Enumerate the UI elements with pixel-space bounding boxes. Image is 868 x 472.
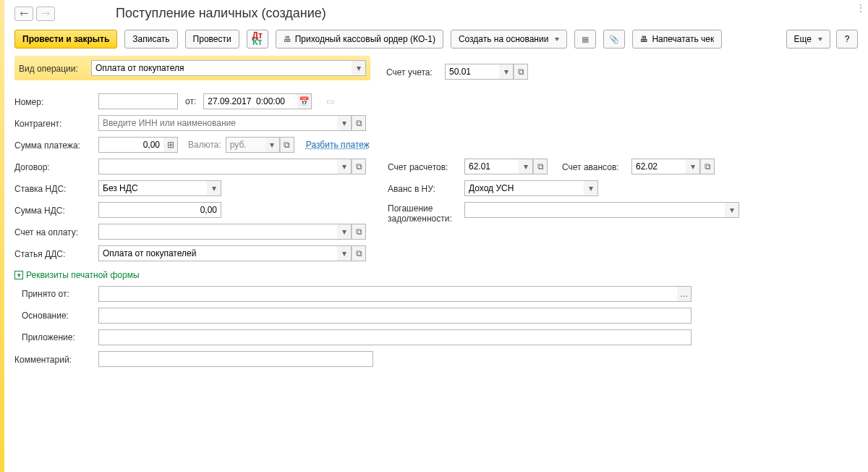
advance-account-input[interactable] [631,159,686,174]
account-dropdown-button[interactable]: ▾ [499,64,514,80]
invoice-open-button[interactable]: ⧉ [352,224,366,240]
save-button[interactable]: Записать [124,30,177,49]
dds-open-button[interactable]: ⧉ [352,245,366,261]
post-close-button[interactable]: Провести и закрыть [14,30,117,49]
calculator-icon: ⊞ [167,140,174,150]
vat-rate-input[interactable] [98,180,207,196]
dds-label: Статья ДДС: [14,248,94,259]
from-label: от: [185,96,196,106]
back-button[interactable]: 🡐 [14,7,33,21]
calendar-icon: 📅 [299,96,310,106]
invoice-label: Счет на оплату: [14,226,94,237]
op-dropdown-button[interactable]: ▾ [352,60,366,76]
debt-dropdown-button[interactable]: ▾ [725,202,739,218]
create-based-button[interactable]: Создать на основании [451,30,568,49]
contract-input[interactable] [98,159,337,174]
attach-button[interactable]: 📎 [603,30,625,49]
invoice-input[interactable] [98,224,337,240]
vat-rate-label: Ставка НДС: [14,182,94,194]
vat-sum-label: Сумма НДС: [14,204,94,216]
contract-label: Договор: [14,161,94,172]
amount-input[interactable] [98,137,163,153]
advance-account-open-button[interactable]: ⧉ [700,159,715,174]
contragent-label: Контрагент: [14,117,94,129]
printform-collapser[interactable]: ▾ Реквизиты печатной формы [14,270,140,280]
date-input[interactable] [203,93,297,109]
dtkt-button[interactable]: ДтКт [247,30,268,49]
advance-account-dropdown-button[interactable]: ▾ [686,159,700,174]
contragent-input[interactable] [98,115,337,131]
dds-dropdown-button[interactable]: ▾ [337,245,352,261]
received-from-more-button[interactable]: … [677,286,692,302]
basis-input[interactable] [98,308,692,324]
debt-label: Погашение задолженности: [388,202,460,224]
calendar-button[interactable]: 📅 [297,93,312,109]
more-button[interactable]: Еще [786,30,830,49]
currency-open-button[interactable]: ⧉ [280,137,294,153]
attachment-label: Приложение: [22,332,94,342]
advance-account-label: Счет авансов: [562,161,627,172]
calc-account-label: Счет расчетов: [388,161,460,172]
advance-nu-label: Аванс в НУ: [388,182,460,194]
chevron-down-icon: ▾ [14,271,23,279]
currency-dropdown-button[interactable]: ▾ [265,137,280,153]
vat-rate-dropdown-button[interactable]: ▾ [207,180,221,196]
advance-nu-dropdown-button[interactable]: ▾ [584,180,598,196]
print-receipt-button[interactable]: 🖶 Напечатать чек [632,30,722,49]
debt-input[interactable] [464,202,725,218]
doc-flag: ▭ [326,96,334,106]
vat-sum-input[interactable] [98,202,221,218]
contragent-dropdown-button[interactable]: ▾ [337,115,352,131]
advance-nu-input[interactable] [464,180,584,196]
account-label: Счет учета: [386,66,441,77]
received-from-input[interactable] [98,286,677,302]
related-icon: ▦ [582,35,589,44]
op-input[interactable] [91,60,352,76]
post-button[interactable]: Провести [185,30,239,49]
split-payment-link[interactable]: Разбить платеж [306,140,370,150]
contract-dropdown-button[interactable]: ▾ [337,159,352,174]
page-title: Поступление наличных (создание) [116,6,326,21]
number-label: Номер: [14,96,94,107]
print-ko1-button[interactable]: 🖶 Приходный кассовый ордер (КО-1) [276,30,443,49]
basis-label: Основание: [22,311,94,321]
received-from-label: Принято от: [22,289,94,299]
currency-input [226,137,265,153]
menu-icon[interactable]: ⋮ [856,3,865,13]
contragent-open-button[interactable]: ⧉ [352,115,366,131]
invoice-dropdown-button[interactable]: ▾ [337,224,352,240]
calc-account-open-button[interactable]: ⧉ [533,159,548,174]
calc-account-input[interactable] [464,159,519,174]
calc-account-dropdown-button[interactable]: ▾ [519,159,533,174]
op-label: Вид операции: [19,62,91,74]
receipt-printer-icon: 🖶 [640,35,648,43]
dtkt-icon: ДтКт [252,33,262,46]
comment-input[interactable] [98,351,373,367]
contract-open-button[interactable]: ⧉ [352,159,366,174]
comment-label: Комментарий: [14,353,94,365]
attachment-input[interactable] [98,329,692,345]
account-open-button[interactable]: ⧉ [514,64,528,80]
amount-label: Сумма платежа: [14,139,94,151]
forward-button[interactable]: 🡒 [36,7,55,21]
printer-icon: 🖶 [284,35,292,43]
number-input[interactable] [98,93,178,109]
account-input[interactable] [445,64,499,80]
help-button[interactable]: ? [836,30,858,49]
currency-label: Валюта: [188,140,221,150]
related-button[interactable]: ▦ [574,30,596,49]
dds-input[interactable] [98,245,337,261]
paperclip-icon: 📎 [609,35,619,44]
calculator-button[interactable]: ⊞ [163,137,178,153]
